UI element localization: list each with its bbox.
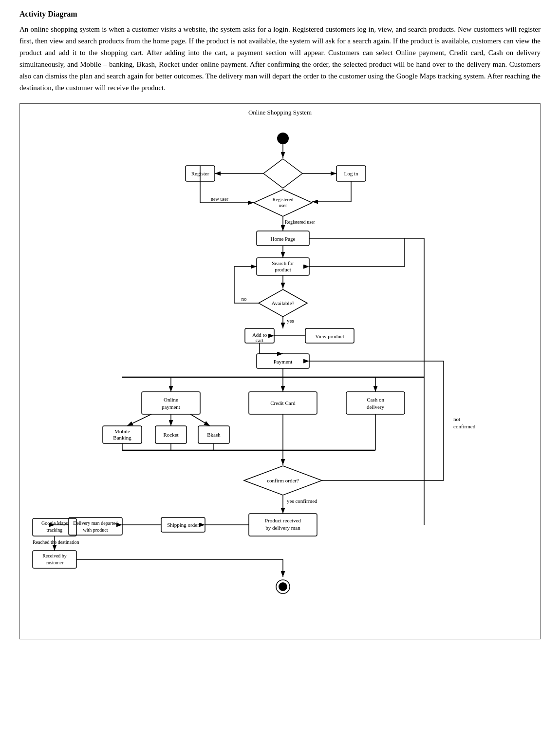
svg-text:cart: cart: [256, 337, 263, 343]
svg-text:Rocket: Rocket: [163, 432, 178, 438]
svg-text:not: not: [453, 416, 460, 422]
cash-delivery-box: [346, 392, 405, 414]
svg-text:Registered: Registered: [273, 197, 294, 202]
svg-text:Log in: Log in: [344, 171, 358, 176]
svg-text:View product: View product: [315, 333, 344, 339]
svg-text:Credit Card: Credit Card: [270, 400, 296, 406]
svg-text:Google Maps: Google Maps: [41, 520, 68, 526]
svg-text:Cash on: Cash on: [367, 397, 384, 403]
svg-text:no: no: [242, 296, 247, 302]
diagram-title: Online Shopping System: [25, 109, 535, 116]
svg-text:customer: customer: [46, 560, 64, 565]
activity-diagram: Register Log in Registered user new user…: [25, 119, 541, 631]
svg-text:Registered user: Registered user: [285, 219, 316, 225]
svg-text:Bkash: Bkash: [207, 432, 221, 438]
svg-text:yes confirmed: yes confirmed: [287, 498, 317, 504]
svg-text:payment: payment: [162, 404, 180, 410]
svg-text:Online: Online: [164, 397, 178, 403]
svg-text:product: product: [275, 267, 291, 272]
svg-text:confirm order?: confirm order?: [267, 478, 299, 483]
svg-text:Home Page: Home Page: [270, 236, 295, 242]
svg-text:yes: yes: [287, 318, 294, 324]
svg-text:Product received: Product received: [265, 518, 301, 523]
description-text: An online shopping system is when a cust…: [19, 23, 541, 94]
svg-line-45: [127, 414, 151, 426]
svg-text:Banking: Banking: [113, 435, 131, 441]
svg-text:Received by: Received by: [42, 553, 67, 558]
svg-text:Delivery man departed: Delivery man departed: [73, 520, 118, 526]
svg-text:Reached the destination: Reached the destination: [33, 539, 79, 545]
svg-text:delivery: delivery: [367, 404, 385, 410]
svg-text:Payment: Payment: [274, 359, 293, 364]
svg-text:Shipping order: Shipping order: [167, 522, 199, 528]
login-register-diamond: [263, 159, 302, 188]
svg-text:by delivery man: by delivery man: [265, 525, 300, 531]
svg-text:new user: new user: [211, 196, 228, 202]
svg-text:Search for: Search for: [272, 260, 294, 266]
svg-text:confirmed: confirmed: [453, 423, 476, 429]
end-inner: [279, 582, 287, 591]
online-payment-box: [142, 392, 200, 414]
svg-text:with product: with product: [83, 527, 108, 533]
start-node: [277, 133, 289, 144]
svg-text:user: user: [279, 203, 287, 208]
svg-text:Available?: Available?: [272, 300, 295, 306]
svg-line-47: [190, 414, 210, 426]
svg-text:Mobile: Mobile: [114, 428, 130, 434]
svg-text:tracking: tracking: [47, 527, 63, 533]
diagram-container: Online Shopping System Register Log in: [19, 103, 541, 639]
page-title: Activity Diagram: [19, 10, 541, 19]
